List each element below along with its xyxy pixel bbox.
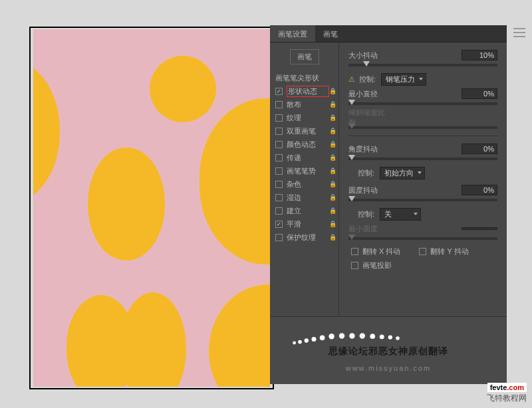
row-label: 平滑 (287, 219, 329, 229)
angle-control-select[interactable]: 初始方向 (380, 167, 425, 179)
smoothing-row[interactable]: 平滑 🔒 (270, 217, 338, 231)
svg-point-7 (349, 333, 354, 338)
min-roundness-slider (348, 237, 497, 240)
min-diameter-label: 最小直径 (348, 89, 388, 99)
tab-brush-settings[interactable]: 画笔设置 (270, 25, 315, 42)
checkbox[interactable] (275, 207, 283, 215)
dual-brush-row[interactable]: 双重画笔 🔒 (270, 124, 338, 138)
checkbox[interactable] (275, 154, 283, 161)
transfer-row[interactable]: 传递 🔒 (270, 151, 338, 164)
control-label: 控制: (359, 74, 376, 84)
row-label: 湿边 (287, 193, 329, 203)
watermark-text: 思缘论坛邪恶女神原创翻译 (270, 346, 507, 357)
lock-icon[interactable]: 🔒 (329, 207, 336, 214)
brush-settings-panel: 画笔设置 画笔 画笔 画笔笔尖形状 形状动态 🔒 散布 🔒 纹理 (270, 25, 507, 384)
lock-icon[interactable]: 🔒 (329, 128, 336, 134)
svg-point-0 (293, 342, 296, 345)
letter-shape (150, 56, 216, 122)
shape-dynamics-row[interactable]: 形状动态 🔒 (270, 84, 338, 98)
canvas[interactable] (33, 29, 270, 387)
svg-point-12 (396, 336, 400, 340)
brush-projection-label: 画笔投影 (362, 260, 392, 270)
checkbox[interactable] (275, 88, 283, 95)
roundness-jitter-value[interactable]: 0% (462, 185, 497, 195)
roundness-jitter-slider[interactable] (348, 199, 497, 201)
row-label: 形状动态 (287, 86, 329, 97)
row-label: 颜色动态 (287, 140, 329, 150)
roundness-control-select[interactable]: 关 (380, 208, 421, 221)
panel-tabs: 画笔设置 画笔 (270, 25, 507, 43)
checkbox[interactable] (275, 128, 283, 135)
protect-texture-row[interactable]: 保护纹理 🔒 (270, 231, 338, 244)
lock-icon[interactable]: 🔒 (329, 114, 336, 121)
checkbox[interactable] (275, 221, 283, 228)
size-jitter-value[interactable]: 10% (462, 50, 497, 60)
svg-point-6 (339, 333, 344, 338)
flip-x-checkbox[interactable] (351, 248, 358, 255)
checkbox[interactable] (275, 141, 283, 148)
flip-y-label: 翻转 Y 抖动 (430, 247, 468, 256)
letter-shape (209, 284, 270, 387)
min-diameter-value[interactable]: 0% (462, 88, 497, 99)
svg-point-1 (298, 340, 302, 344)
checkbox[interactable] (275, 194, 283, 201)
svg-point-4 (320, 335, 325, 340)
brush-preview: 思缘论坛邪恶女神原创翻译 www.missyuan.com (270, 316, 507, 384)
tab-brush[interactable]: 画笔 (315, 25, 346, 42)
angle-jitter-slider[interactable] (348, 157, 497, 160)
watermark-url: www.missyuan.com (270, 364, 507, 372)
row-label: 双重画笔 (287, 126, 329, 136)
wet-edges-row[interactable]: 湿边 🔒 (270, 191, 338, 204)
checkbox[interactable] (275, 101, 283, 108)
min-roundness-value (462, 227, 497, 230)
letter-shape (88, 148, 165, 260)
lock-icon[interactable]: 🔒 (329, 154, 336, 161)
noise-row[interactable]: 杂色 🔒 (270, 177, 338, 191)
min-diameter-slider[interactable] (348, 102, 497, 105)
size-jitter-label: 大小抖动 (348, 51, 388, 60)
lock-icon[interactable]: 🔒 (329, 167, 336, 174)
checkbox[interactable] (275, 234, 283, 241)
size-jitter-slider[interactable] (348, 64, 497, 66)
build-up-row[interactable]: 建立 🔒 (270, 204, 338, 217)
brush-projection-checkbox[interactable] (351, 262, 358, 269)
checkbox[interactable] (275, 114, 283, 122)
lock-icon[interactable]: 🔒 (329, 141, 336, 148)
row-label: 散布 (287, 100, 329, 110)
brush-presets-button[interactable]: 画笔 (290, 49, 319, 64)
lock-icon[interactable]: 🔒 (329, 234, 336, 241)
lock-icon[interactable]: 🔒 (329, 101, 336, 108)
letter-shape (33, 58, 60, 205)
min-roundness-label: 最小圆度 (348, 224, 388, 234)
tilt-scale-slider (348, 126, 497, 129)
control-label: 控制: (358, 209, 374, 219)
checkbox[interactable] (275, 181, 283, 188)
color-dynamics-row[interactable]: 颜色动态 🔒 (270, 138, 338, 151)
lock-icon[interactable]: 🔒 (329, 194, 336, 201)
site-watermark: fevte.com 飞特教程网 (487, 383, 527, 404)
control-select-pen-pressure[interactable]: 钢笔压力 (381, 73, 426, 86)
panel-menu-icon[interactable] (513, 28, 525, 37)
svg-point-5 (329, 334, 334, 339)
lock-icon[interactable]: 🔒 (329, 88, 336, 94)
row-label: 画笔笔尖形状 (275, 73, 336, 83)
roundness-jitter-label: 圆度抖动 (348, 185, 388, 195)
brush-tip-shape-row[interactable]: 画笔笔尖形状 (270, 71, 338, 84)
angle-jitter-value[interactable]: 0% (462, 144, 497, 154)
flip-y-checkbox[interactable] (419, 248, 426, 255)
angle-jitter-label: 角度抖动 (348, 144, 388, 154)
checkbox[interactable] (275, 167, 283, 175)
svg-point-3 (312, 337, 317, 342)
scattering-row[interactable]: 散布 🔒 (270, 98, 338, 111)
svg-point-2 (305, 338, 309, 342)
svg-point-10 (380, 334, 384, 339)
brush-stroke-preview (286, 329, 426, 348)
row-label: 杂色 (287, 179, 329, 189)
texture-row[interactable]: 纹理 🔒 (270, 111, 338, 124)
brush-pose-row[interactable]: 画笔笔势 🔒 (270, 164, 338, 177)
row-label: 保护纹理 (287, 233, 329, 243)
letter-shape (120, 292, 186, 387)
lock-icon[interactable]: 🔒 (329, 221, 336, 227)
lock-icon[interactable]: 🔒 (329, 181, 336, 187)
row-label: 画笔笔势 (287, 166, 329, 176)
